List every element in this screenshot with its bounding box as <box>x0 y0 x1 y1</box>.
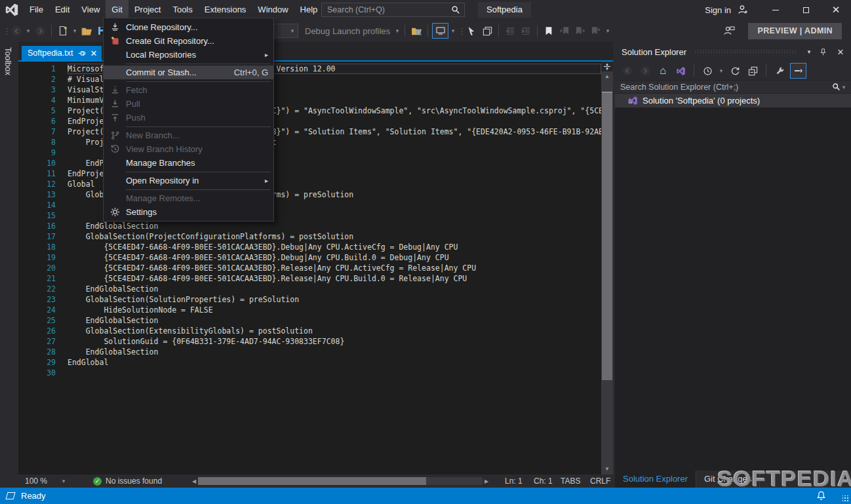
close-button[interactable]: ✕ <box>821 0 851 20</box>
zoom-control[interactable]: 100 % ▾ <box>20 475 69 488</box>
minimize-button[interactable] <box>761 0 791 20</box>
code-line[interactable]: 17 GlobalSection(ProjectConfigurationPla… <box>18 231 601 242</box>
attach-caret[interactable]: ▾ <box>450 28 456 34</box>
indent-mode-indicator[interactable]: TABS <box>561 475 580 488</box>
code-line[interactable]: 24 HideSolutionNode = FALSE <box>18 305 601 315</box>
code-line[interactable]: 26 GlobalSection(ExtensibilityGlobals) =… <box>18 326 601 336</box>
se-collapse-all-icon[interactable] <box>745 64 760 78</box>
code-line[interactable]: 22 EndGlobalSection <box>18 284 601 294</box>
code-line-text: GlobalSection(ExtensibilityGlobals) = po… <box>68 326 601 336</box>
code-line[interactable]: 28 EndGlobalSection <box>18 347 601 357</box>
menu-item-extensions[interactable]: Extensions <box>199 0 252 20</box>
send-feedback-icon[interactable] <box>722 24 736 38</box>
editor-vertical-scrollbar[interactable]: ▲▼ ▲ ▼ <box>601 62 613 475</box>
se-search-caret[interactable]: ▾ <box>841 84 847 90</box>
git-menu-item-open-repository-in[interactable]: Open Repository in▸ <box>104 174 273 187</box>
debug-launch-profiles-dropdown[interactable]: Debug Launch profiles <box>305 26 390 36</box>
attach-toggle-button[interactable] <box>432 23 448 39</box>
code-line[interactable]: 27 SolutionGuid = {0F64B331-379E-4AD7-94… <box>18 336 601 347</box>
toolbar-drag-grip-2[interactable]: ⋮ <box>458 26 463 36</box>
line-number: 29 <box>18 357 56 368</box>
solution-configurations-combo[interactable]: ▾ <box>274 24 298 38</box>
quick-search-box[interactable]: Search (Ctrl+Q) <box>321 3 465 17</box>
se-preview-selected-toggle[interactable] <box>790 63 806 79</box>
git-menu-item-manage-branches[interactable]: Manage Branches <box>104 156 273 170</box>
line-number: 3 <box>18 85 56 95</box>
git-menu-item-clone-repository[interactable]: Clone Repository... <box>104 20 273 34</box>
split-editor-handle[interactable]: ▲▼ <box>601 62 613 71</box>
panel-close-icon[interactable]: ✕ <box>835 47 846 57</box>
scroll-right-arrow[interactable]: ▶ <box>483 476 490 486</box>
toolbar-drag-grip[interactable]: ⋮ <box>3 26 8 36</box>
se-properties-wrench-icon[interactable] <box>772 64 787 78</box>
se-home-icon[interactable]: ⌂ <box>656 64 670 78</box>
code-line[interactable]: 18 {5CE4ED47-6A68-4F09-B0EE-501CACAA3EBD… <box>18 242 601 252</box>
toolbox-tab[interactable]: Toolbox <box>3 47 12 75</box>
toggle-bookmark-icon[interactable] <box>542 24 556 38</box>
scroll-up-arrow[interactable]: ▲ <box>601 71 613 81</box>
line-ending-indicator[interactable]: CRLF <box>590 475 610 488</box>
git-menu-item-commit-or-stash[interactable]: Commit or Stash...Ctrl+0, G <box>104 66 273 79</box>
editor-tab-softpedia[interactable]: Softpedia.txt ✕ <box>22 46 102 60</box>
line-number: 28 <box>18 347 56 357</box>
cursor-line-indicator[interactable]: Ln: 1 <box>505 475 523 488</box>
menu-item-file[interactable]: File <box>24 0 49 20</box>
scroll-left-arrow[interactable]: ◀ <box>190 476 198 486</box>
git-menu-item-settings[interactable]: Settings <box>104 205 273 219</box>
horizontal-scroll-thumb[interactable] <box>198 477 426 485</box>
pin-tab-icon[interactable] <box>78 49 86 57</box>
panel-options-caret[interactable]: ▾ <box>804 48 814 55</box>
navigate-to-cursor-icon[interactable] <box>464 24 479 38</box>
solution-tree-root-row[interactable]: Solution 'Softpedia' (0 projects) <box>615 94 851 107</box>
bookmarks-caret[interactable]: ▾ <box>604 28 611 34</box>
duplicate-icon[interactable] <box>480 24 494 38</box>
sign-in-person-icon[interactable] <box>737 5 749 15</box>
close-tab-icon[interactable]: ✕ <box>90 48 98 58</box>
code-line[interactable]: 20 {5CE4ED47-6A68-4F09-B0EE-501CACAA3EBD… <box>18 263 601 273</box>
code-line[interactable]: 29EndGlobal <box>18 357 601 368</box>
se-search-box[interactable]: Search Solution Explorer (Ctrl+;) ▾ <box>615 80 851 94</box>
editor-horizontal-scrollbar[interactable]: ◀ ▶ <box>190 476 490 486</box>
se-refresh-icon[interactable] <box>728 64 742 78</box>
code-line[interactable]: 19 {5CE4ED47-6A68-4F09-B0EE-501CACAA3EBD… <box>18 252 601 263</box>
panel-drag-texture[interactable] <box>694 50 796 54</box>
menu-item-project[interactable]: Project <box>129 0 167 20</box>
new-project-caret[interactable]: ▾ <box>71 28 78 34</box>
menu-item-edit[interactable]: Edit <box>49 0 75 20</box>
background-tasks-icon[interactable] <box>5 492 15 499</box>
git-menu-item-create-git-repository[interactable]: Create Git Repository... <box>104 34 273 48</box>
sign-in-button[interactable]: Sign in <box>705 5 731 15</box>
notifications-bell-icon[interactable] <box>816 491 826 501</box>
preview-admin-badge[interactable]: PREVIEW | ADMIN <box>748 23 842 39</box>
navigate-back-caret[interactable]: ▾ <box>25 28 31 34</box>
code-line[interactable]: 23 GlobalSection(SolutionProperties) = p… <box>18 294 601 305</box>
zoom-caret[interactable]: ▾ <box>60 478 67 484</box>
menu-item-git[interactable]: Git <box>106 0 129 20</box>
menu-item-window[interactable]: Window <box>252 0 294 20</box>
se-pending-changes-filter-icon[interactable] <box>700 64 715 78</box>
cursor-column-indicator[interactable]: Ch: 1 <box>534 475 553 488</box>
menu-item-help[interactable]: Help <box>294 0 324 20</box>
scroll-down-arrow[interactable]: ▼ <box>601 464 613 473</box>
code-line[interactable]: 21 {5CE4ED47-6A68-4F09-B0EE-501CACAA3EBD… <box>18 273 601 284</box>
code-line[interactable]: 16 EndGlobalSection <box>18 221 601 231</box>
se-filter-caret[interactable]: ▾ <box>718 68 724 74</box>
resize-grip[interactable] <box>842 495 849 502</box>
vertical-scroll-thumb[interactable] <box>602 92 612 380</box>
git-menu-item-local-repositories[interactable]: Local Repositories▸ <box>104 48 273 62</box>
menu-item-view[interactable]: View <box>75 0 106 20</box>
maximize-button[interactable] <box>791 0 821 20</box>
menu-item-tools[interactable]: Tools <box>167 0 198 20</box>
issues-indicator[interactable]: ✓ No issues found <box>93 475 162 488</box>
git-menu-item-push: Push <box>104 111 273 125</box>
horizontal-scroll-track[interactable] <box>198 477 483 485</box>
debug-launch-profiles-caret[interactable]: ▾ <box>394 28 401 34</box>
se-switch-views-icon[interactable] <box>673 64 688 78</box>
new-project-button[interactable] <box>56 24 70 38</box>
panel-tab-solution-explorer[interactable]: Solution Explorer <box>615 471 696 488</box>
code-line[interactable]: 30 <box>18 368 601 378</box>
code-line[interactable]: 25 EndGlobalSection <box>18 315 601 326</box>
panel-pin-icon[interactable] <box>820 48 830 56</box>
find-in-files-icon[interactable] <box>409 24 424 38</box>
open-folder-button[interactable] <box>79 24 94 38</box>
